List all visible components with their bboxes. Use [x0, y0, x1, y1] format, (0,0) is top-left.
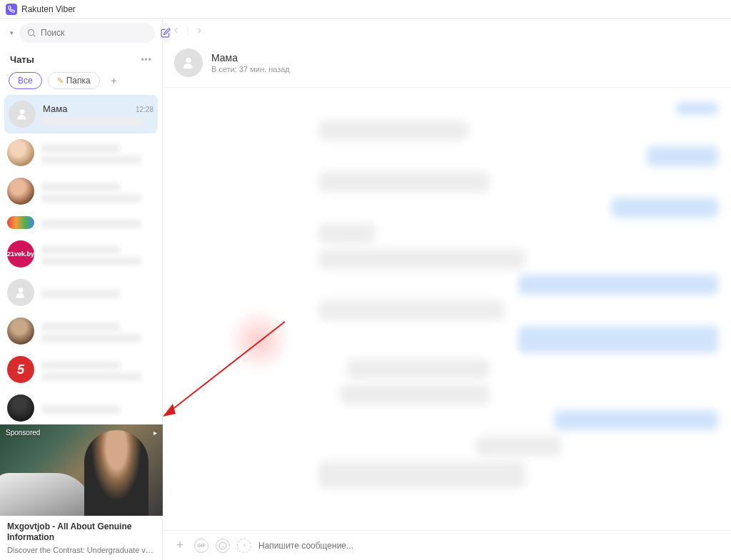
chat-item-active[interactable]: Мама 12:28	[4, 95, 158, 133]
chat-preview-blurred	[41, 245, 120, 254]
message-out-blurred	[647, 146, 718, 166]
svg-point-2	[20, 109, 25, 114]
chat-header-name: Мама	[211, 52, 290, 63]
chat-avatar	[7, 317, 34, 345]
viber-app-icon	[6, 4, 17, 15]
chat-list: Мама 12:28 21vek.by 5	[0, 95, 162, 424]
message-in-blurred	[347, 359, 490, 379]
message-in-blurred	[318, 249, 525, 269]
window-titlebar: Rakuten Viber	[0, 0, 731, 19]
window-title: Rakuten Viber	[21, 4, 76, 14]
gif-icon[interactable]: GIF	[194, 539, 208, 553]
filter-folder[interactable]: ✎Папка	[48, 72, 100, 89]
nav-separator: |	[186, 25, 188, 36]
message-out-blurred	[518, 275, 718, 295]
chat-avatar: 5	[7, 356, 34, 383]
message-in-blurred	[318, 172, 490, 192]
message-in-blurred	[340, 385, 490, 404]
chat-header-status: В сети: 37 мин. назад	[211, 65, 290, 73]
chat-preview-blurred	[41, 144, 120, 153]
message-in-blurred	[318, 223, 375, 243]
svg-point-5	[219, 542, 226, 549]
chat-preview-blurred	[41, 183, 120, 191]
search-box[interactable]	[19, 23, 155, 43]
message-in-blurred	[318, 462, 525, 489]
filter-row: Все ✎Папка +	[0, 69, 162, 95]
chat-avatar	[9, 101, 36, 128]
chat-header-avatar[interactable]	[174, 49, 203, 77]
chat-preview-blurred	[41, 322, 120, 331]
sponsored-image: Sponsored ▸	[0, 424, 163, 516]
chat-name: Мама	[43, 103, 67, 114]
more-icon[interactable]: •••	[141, 55, 152, 65]
sponsored-person-graphic	[84, 430, 148, 516]
message-out-blurred	[518, 326, 718, 353]
pencil-icon: ✎	[57, 76, 64, 86]
nav-forward-icon[interactable]: ›	[195, 24, 204, 36]
message-input[interactable]	[258, 541, 721, 551]
chat-preview-blurred	[41, 290, 120, 298]
message-out-blurred	[554, 410, 718, 430]
sponsored-car-graphic	[0, 473, 93, 516]
play-icon: ▸	[153, 429, 157, 437]
message-in-blurred	[318, 121, 468, 141]
profile-dropdown-icon[interactable]: ▾	[10, 29, 14, 36]
message-composer: + GIF	[163, 530, 731, 560]
message-in-blurred	[318, 300, 504, 320]
chat-avatar	[7, 178, 34, 205]
chat-time: 12:28	[136, 106, 153, 113]
filter-all-label: Все	[18, 76, 33, 86]
chat-preview-blurred	[43, 117, 143, 126]
chat-item[interactable]	[0, 389, 162, 424]
search-icon	[26, 28, 36, 38]
chat-preview-blurred	[41, 156, 141, 164]
chat-item[interactable]: 5	[0, 350, 162, 389]
svg-point-4	[186, 58, 191, 63]
chat-item[interactable]	[0, 273, 162, 312]
sponsored-desc: Discover the Contrast: Undergraduate vs …	[7, 546, 155, 554]
attach-plus-icon[interactable]: +	[173, 539, 187, 553]
chat-preview-blurred	[41, 361, 120, 370]
chat-preview-blurred	[41, 257, 141, 265]
chats-header: Чаты •••	[0, 47, 162, 69]
add-folder-button[interactable]: +	[106, 72, 123, 89]
svg-point-3	[19, 287, 24, 292]
svg-point-0	[28, 29, 34, 35]
sponsored-text: Mxgovtjob - All About Genuine Informatio…	[0, 516, 162, 560]
chat-avatar	[7, 279, 34, 306]
chat-avatar	[7, 139, 34, 166]
chat-preview-blurred	[41, 334, 141, 342]
chat-preview-blurred	[41, 372, 141, 381]
chat-item[interactable]	[0, 210, 162, 235]
sponsored-ad[interactable]: Sponsored ▸ Mxgovtjob - All About Genuin…	[0, 424, 162, 560]
filter-all[interactable]: Все	[9, 72, 42, 89]
chat-avatar	[7, 216, 34, 229]
svg-line-1	[34, 35, 36, 37]
chat-preview-blurred	[41, 405, 120, 414]
chat-preview-blurred	[41, 220, 141, 228]
chat-item[interactable]	[0, 312, 162, 350]
message-out-blurred	[675, 102, 718, 115]
chat-item[interactable]: 21vek.by	[0, 235, 162, 273]
chats-title: Чаты	[10, 54, 34, 65]
chat-item[interactable]	[0, 133, 162, 172]
chat-avatar: 21vek.by	[7, 240, 34, 268]
search-input[interactable]	[41, 28, 148, 38]
chat-item[interactable]	[0, 172, 162, 210]
sidebar: ▾ Чаты ••• Все ✎Папка +	[0, 19, 163, 560]
sticker-icon[interactable]	[216, 539, 230, 553]
nav-bar: ‹ | ›	[163, 19, 731, 41]
chat-preview-blurred	[41, 194, 141, 203]
sponsored-label: Sponsored	[6, 429, 40, 437]
message-in-blurred	[475, 436, 561, 456]
message-area[interactable]	[163, 88, 731, 530]
nav-back-icon[interactable]: ‹	[171, 24, 181, 36]
filter-folder-label: Папка	[66, 76, 91, 86]
timer-icon[interactable]	[237, 539, 251, 553]
main-panel: ‹ | › Мама В сети: 37 мин. назад	[163, 19, 731, 560]
chat-avatar	[7, 394, 34, 422]
sponsored-title: Mxgovtjob - All About Genuine Informatio…	[7, 521, 155, 544]
sidebar-top-bar: ▾	[0, 19, 162, 47]
chat-header: Мама В сети: 37 мин. назад	[163, 41, 731, 88]
message-out-blurred	[611, 198, 718, 218]
